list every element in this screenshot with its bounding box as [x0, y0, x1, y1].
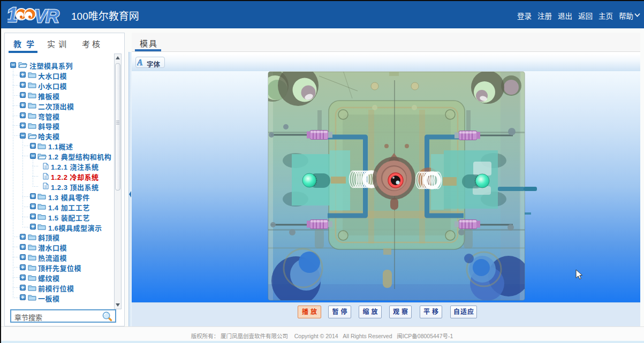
- svg-text:VR: VR: [34, 5, 59, 26]
- svg-text:A: A: [137, 58, 143, 67]
